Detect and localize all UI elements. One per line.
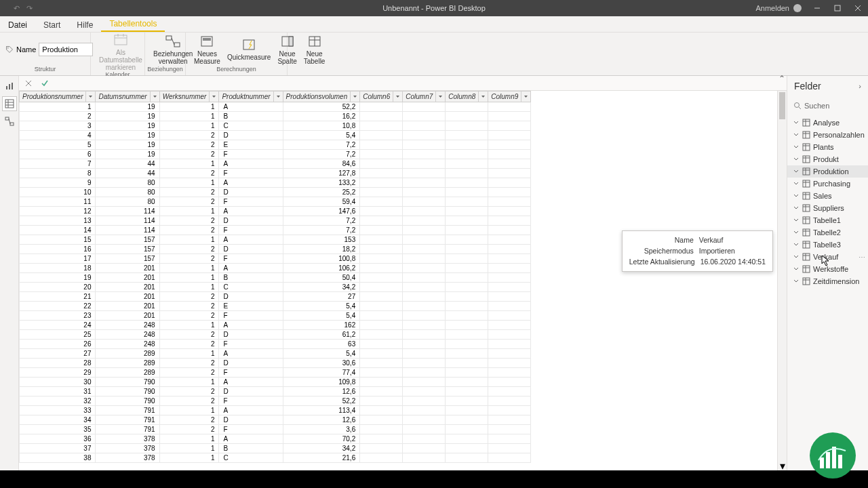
undo-icon[interactable]: ↶	[14, 4, 20, 13]
field-item-produkt[interactable]: Produkt⋯	[787, 153, 868, 165]
svg-line-30	[9, 119, 10, 124]
table-row[interactable]: 9801A133,2	[20, 178, 531, 188]
signin-button[interactable]: Anmelden	[750, 4, 807, 12]
table-row[interactable]: 242481A162	[20, 321, 531, 330]
filter-dropdown-icon[interactable]	[478, 92, 488, 102]
formula-cancel-icon[interactable]	[23, 78, 34, 89]
table-row[interactable]: 202011C34,2	[20, 283, 531, 292]
field-item-personalzahlen[interactable]: Personalzahlen⋯	[787, 129, 868, 141]
table-row[interactable]: 272891A5,4	[20, 349, 531, 359]
table-row[interactable]: 1191A52,2	[20, 102, 531, 112]
table-row[interactable]: 363781A70,2	[20, 434, 531, 444]
new-column-button[interactable]: Neue Spalte	[275, 34, 299, 65]
data-view-button[interactable]	[2, 96, 17, 111]
field-item-plants[interactable]: Plants⋯	[787, 141, 868, 153]
new-measure-button[interactable]: Neues Measure	[191, 34, 223, 65]
table-row[interactable]: 252482D61,2	[20, 330, 531, 340]
field-item-purchasing[interactable]: Purchasing⋯	[787, 178, 868, 190]
field-item-zeitdimension[interactable]: Zeitdimension⋯	[787, 275, 868, 287]
column-header[interactable]: Produktionsvolumen	[283, 92, 360, 102]
filter-dropdown-icon[interactable]	[521, 92, 530, 102]
table-row[interactable]: 171572F100,8	[20, 254, 531, 264]
table-row[interactable]: 3191C10,8	[20, 121, 531, 131]
table-row[interactable]: 131142D7,2	[20, 216, 531, 226]
table-row[interactable]: 161572D18,2	[20, 245, 531, 254]
table-row[interactable]: 192011B50,4	[20, 273, 531, 283]
field-item-tabelle3[interactable]: Tabelle3⋯	[787, 239, 868, 251]
table-row[interactable]: 262482F63	[20, 340, 531, 349]
table-row[interactable]: 5192E7,2	[20, 140, 531, 150]
table-row[interactable]: 373781B34,2	[20, 444, 531, 453]
vertical-scrollbar[interactable]: ▴ ▾	[777, 91, 787, 470]
filter-dropdown-icon[interactable]	[350, 92, 359, 102]
tab-home[interactable]: Start	[35, 18, 68, 32]
svg-rect-56	[803, 205, 810, 211]
chevron-right-icon[interactable]: ›	[859, 82, 861, 90]
maximize-button[interactable]	[827, 0, 848, 16]
table-row[interactable]: 6192F7,2	[20, 150, 531, 159]
table-row[interactable]: 282892D30,6	[20, 359, 531, 368]
table-row[interactable]: 8442F127,8	[20, 169, 531, 178]
filter-dropdown-icon[interactable]	[85, 92, 95, 102]
column-header[interactable]: Produktionsnummer	[20, 92, 96, 102]
filter-dropdown-icon[interactable]	[150, 92, 159, 102]
field-item-suppliers[interactable]: Suppliers⋯	[787, 202, 868, 214]
table-row[interactable]: 327902F52,2	[20, 396, 531, 406]
table-row[interactable]: 121141A147,6	[20, 207, 531, 216]
filter-dropdown-icon[interactable]	[273, 92, 283, 102]
minimize-button[interactable]	[807, 0, 827, 16]
field-item-tabelle2[interactable]: Tabelle2⋯	[787, 226, 868, 239]
table-row[interactable]: 222012E5,4	[20, 302, 531, 311]
chevron-down-icon	[793, 241, 800, 248]
table-row[interactable]: 383781C21,6	[20, 453, 531, 463]
filter-dropdown-icon[interactable]	[435, 92, 445, 102]
table-row[interactable]: 347912D12,6	[20, 415, 531, 425]
column-header[interactable]: Column9	[488, 92, 531, 102]
column-header[interactable]: Datumsnummer	[96, 92, 159, 102]
table-row[interactable]: 337911A113,4	[20, 406, 531, 415]
field-item-tabelle1[interactable]: Tabelle1⋯	[787, 214, 868, 226]
table-row[interactable]: 182011A106,2	[20, 264, 531, 273]
svg-rect-80	[838, 455, 842, 468]
redo-icon[interactable]: ↷	[26, 4, 33, 13]
table-row[interactable]: 141142F7,2	[20, 226, 531, 235]
table-row[interactable]: 307901A109,8	[20, 378, 531, 387]
table-row[interactable]: 151571A153	[20, 235, 531, 245]
fields-search-input[interactable]: Suchen	[791, 99, 864, 113]
table-row[interactable]: 11802F59,4	[20, 197, 531, 207]
table-row[interactable]: 292892F77,4	[20, 368, 531, 378]
close-button[interactable]	[848, 0, 868, 16]
new-table-button[interactable]: Neue Tabelle	[301, 34, 328, 65]
table-row[interactable]: 212012D27	[20, 292, 531, 302]
quickmeasure-button[interactable]: Quickmeasure	[224, 37, 273, 61]
mark-datetable-button[interactable]: Als Datumstabelle markieren	[96, 33, 145, 71]
column-header[interactable]: Column8	[446, 92, 488, 102]
table-row[interactable]: 357912F3,6	[20, 425, 531, 434]
table-row[interactable]: 2191B16,2	[20, 112, 531, 121]
table-row[interactable]: 232012F5,4	[20, 311, 531, 321]
tab-help[interactable]: Hilfe	[68, 18, 101, 32]
filter-dropdown-icon[interactable]	[393, 92, 402, 102]
tab-file[interactable]: Datei	[0, 18, 35, 32]
column-header[interactable]: Produktnummer	[219, 92, 283, 102]
more-icon[interactable]: ⋯	[859, 253, 865, 261]
model-view-button[interactable]	[2, 114, 17, 129]
field-item-sales[interactable]: Sales⋯	[787, 190, 868, 202]
column-header[interactable]: Column7	[403, 92, 446, 102]
table-row[interactable]: 10802D25,2	[20, 188, 531, 197]
collapse-ribbon-icon[interactable]: ⌃	[778, 74, 785, 83]
table-row[interactable]: 317902D12,6	[20, 387, 531, 396]
report-view-button[interactable]	[2, 79, 17, 94]
formula-commit-icon[interactable]	[39, 78, 50, 89]
table-icon	[306, 34, 323, 49]
column-header[interactable]: Werksnummer	[159, 92, 219, 102]
field-item-analyse[interactable]: Analyse⋯	[787, 117, 868, 129]
column-header[interactable]: Column6	[360, 92, 403, 102]
table-row[interactable]: 4192D5,4	[20, 131, 531, 140]
table-name-input[interactable]	[39, 43, 93, 56]
data-grid[interactable]: ProduktionsnummerDatumsnummerWerksnummer…	[19, 91, 777, 470]
table-row[interactable]: 7441A84,6	[20, 159, 531, 169]
filter-dropdown-icon[interactable]	[209, 92, 218, 102]
field-item-produktion[interactable]: Produktion⋯	[787, 165, 868, 178]
tab-tabletools[interactable]: Tabellentools	[101, 16, 165, 32]
